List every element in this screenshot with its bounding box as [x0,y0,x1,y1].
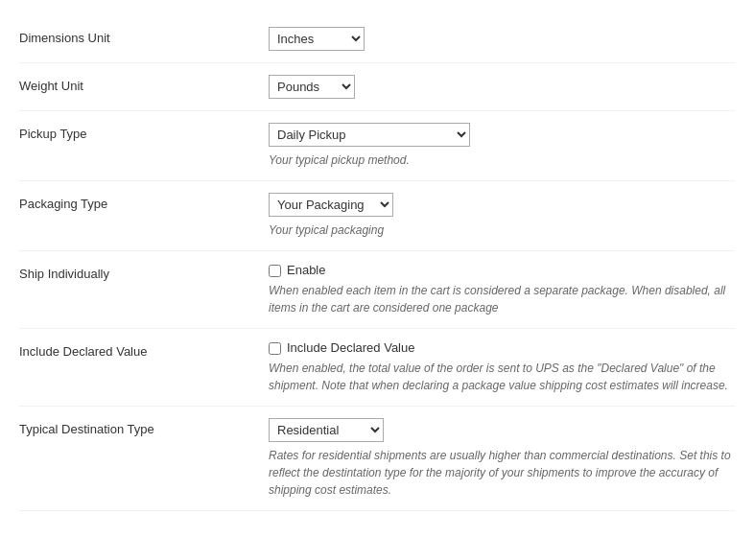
destination-type-select[interactable]: Residential Commercial [269,418,384,442]
pickup-type-select[interactable]: Daily Pickup Customer Counter One Time P… [269,123,470,147]
ship-individually-label: Ship Individually [19,263,269,281]
ship-individually-row: Ship Individually Enable When enabled ea… [19,251,735,329]
pickup-type-hint: Your typical pickup method. [269,152,735,169]
destination-type-hint: Rates for residential shipments are usua… [269,447,735,499]
dimensions-unit-control: Inches Centimeters [269,27,735,51]
ship-individually-checkbox[interactable] [269,265,281,277]
dimensions-unit-label: Dimensions Unit [19,27,269,45]
packaging-type-row: Packaging Type Your Packaging UPS Letter… [19,181,735,251]
pickup-type-control: Daily Pickup Customer Counter One Time P… [269,123,735,169]
destination-type-label: Typical Destination Type [19,418,269,436]
pickup-type-row: Pickup Type Daily Pickup Customer Counte… [19,111,735,181]
declared-value-checkbox[interactable] [269,342,281,355]
destination-type-row: Typical Destination Type Residential Com… [19,407,735,511]
declared-value-label: Include Declared Value [19,340,269,359]
dimensions-unit-select[interactable]: Inches Centimeters [269,27,365,51]
packaging-type-select[interactable]: Your Packaging UPS Letter UPS Tube UPS P… [269,193,393,217]
ship-individually-hint: When enabled each item in the cart is co… [269,282,735,316]
weight-unit-label: Weight Unit [19,75,269,93]
declared-value-checkbox-row: Include Declared Value [269,340,735,355]
declared-value-checkbox-label[interactable]: Include Declared Value [287,340,414,355]
declared-value-row: Include Declared Value Include Declared … [19,329,735,407]
packaging-type-control: Your Packaging UPS Letter UPS Tube UPS P… [269,193,735,239]
declared-value-control: Include Declared Value When enabled, the… [269,340,735,394]
ship-individually-checkbox-row: Enable [269,263,735,277]
weight-unit-row: Weight Unit Pounds Kilograms [19,63,735,111]
ship-individually-checkbox-label[interactable]: Enable [287,263,325,277]
pickup-type-label: Pickup Type [19,123,269,141]
ship-individually-control: Enable When enabled each item in the car… [269,263,735,316]
packaging-type-label: Packaging Type [19,193,269,211]
declared-value-hint: When enabled, the total value of the ord… [269,360,735,394]
weight-unit-control: Pounds Kilograms [269,75,735,99]
weight-unit-select[interactable]: Pounds Kilograms [269,75,355,99]
destination-type-control: Residential Commercial Rates for residen… [269,418,735,499]
packaging-type-hint: Your typical packaging [269,222,735,239]
dimensions-unit-row: Dimensions Unit Inches Centimeters [19,15,735,63]
